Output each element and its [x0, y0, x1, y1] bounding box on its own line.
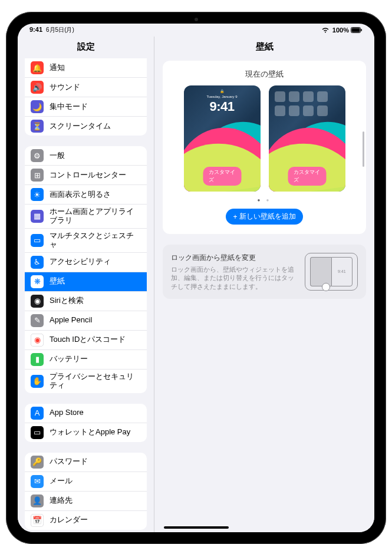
- wifi-icon: [321, 27, 330, 33]
- lock-date: Tuesday, January 9: [184, 95, 261, 98]
- row-icon: ▮: [31, 353, 44, 366]
- row-label: 通知: [50, 64, 141, 72]
- row-label: サウンド: [50, 83, 141, 92]
- sidebar-item[interactable]: 🌙集中モード: [25, 97, 147, 117]
- customize-lock-button[interactable]: カスタマイズ: [203, 167, 241, 186]
- row-icon: ✋: [31, 375, 44, 388]
- row-icon: 🔑: [31, 456, 44, 469]
- row-icon: A: [31, 407, 44, 420]
- row-label: ホーム画面とアプリライブラリ: [50, 207, 141, 225]
- sidebar-item[interactable]: 📅カレンダー: [25, 511, 147, 530]
- row-icon: 👤: [31, 494, 44, 507]
- sidebar-section-3: AApp Store▭ウォレットとApple Pay: [25, 404, 147, 442]
- tip-card: ロック画面から壁紙を変更 ロック画面から、壁紙やウィジェットを追加、編集、または…: [163, 245, 366, 299]
- current-wallpaper-label: 現在の壁紙: [170, 69, 359, 80]
- sidebar-item[interactable]: 👤連絡先: [25, 492, 147, 511]
- row-icon: 📅: [31, 514, 44, 527]
- row-label: 連絡先: [50, 496, 141, 505]
- lockscreen-preview[interactable]: 🔒 Tuesday, January 9 9:41 カスタマイズ: [184, 85, 261, 192]
- status-date: 6月5日(月): [46, 26, 74, 34]
- sidebar-title: 設定: [18, 37, 154, 58]
- status-bar: 9:41 6月5日(月) 100%: [18, 24, 374, 37]
- plus-icon: +: [233, 213, 237, 221]
- row-label: App Store: [50, 408, 141, 417]
- sidebar-item[interactable]: ◉Touch IDとパスコード: [25, 331, 147, 350]
- homescreen-preview[interactable]: カスタマイズ: [269, 85, 345, 192]
- sidebar-item[interactable]: ✎Apple Pencil: [25, 311, 147, 331]
- row-label: スクリーンタイム: [50, 122, 141, 131]
- sidebar-item[interactable]: ▭マルチタスクとジェスチャ: [25, 229, 147, 253]
- sidebar-item[interactable]: ▮バッテリー: [25, 350, 147, 370]
- status-time: 9:41: [29, 26, 42, 33]
- row-label: ウォレットとApple Pay: [50, 428, 141, 437]
- row-icon: ▭: [31, 234, 44, 247]
- sidebar-item[interactable]: ⚙︎一般: [25, 146, 147, 166]
- row-label: Siriと検索: [50, 296, 141, 305]
- row-icon: 🌙: [31, 100, 44, 113]
- sidebar-item[interactable]: ❋壁紙: [25, 272, 147, 292]
- row-icon: ⏳: [31, 120, 44, 133]
- sidebar-item[interactable]: ✋プライバシーとセキュリティ: [25, 370, 147, 393]
- detail-pane: 壁紙 現在の壁紙 🔒 Tuesday, January 9 9:41 カスタ: [154, 37, 374, 532]
- tip-title: ロック画面から壁紙を変更: [171, 253, 298, 263]
- row-icon: 🔔: [31, 61, 44, 74]
- row-label: 一般: [50, 151, 141, 160]
- camera-dot: [195, 18, 198, 21]
- row-label: コントロールセンター: [50, 171, 141, 180]
- svg-rect-1: [352, 28, 360, 32]
- sidebar-section-1: 🔔通知🔊サウンド🌙集中モード⏳スクリーンタイム: [25, 58, 147, 136]
- page-dots: ● ●: [170, 197, 359, 203]
- sidebar-item[interactable]: ♿︎アクセシビリティ: [25, 253, 147, 272]
- sidebar-item[interactable]: ▦ホーム画面とアプリライブラリ: [25, 205, 147, 229]
- customize-home-button[interactable]: カスタマイズ: [288, 167, 326, 186]
- current-wallpaper-card: 現在の壁紙 🔒 Tuesday, January 9 9:41 カスタマイズ: [163, 61, 366, 234]
- sidebar-item[interactable]: ◉Siriと検索: [25, 292, 147, 311]
- row-label: アクセシビリティ: [50, 258, 141, 266]
- sidebar-item[interactable]: ▭ウォレットとApple Pay: [25, 423, 147, 442]
- row-label: 画面表示と明るさ: [50, 190, 141, 199]
- svg-rect-2: [361, 29, 363, 31]
- detail-title: 壁紙: [154, 37, 374, 61]
- sidebar-item[interactable]: ✉︎メール: [25, 472, 147, 492]
- add-wallpaper-button[interactable]: + 新しい壁紙を追加: [226, 209, 302, 225]
- row-icon: ◉: [31, 295, 44, 308]
- row-label: メール: [50, 477, 141, 486]
- row-icon: ☀︎: [31, 188, 44, 201]
- battery-icon: [351, 27, 363, 33]
- settings-sidebar: 設定 🔔通知🔊サウンド🌙集中モード⏳スクリーンタイム ⚙︎一般⊞コントロールセン…: [18, 37, 154, 532]
- sidebar-item[interactable]: ☀︎画面表示と明るさ: [25, 185, 147, 205]
- home-app-grid: [275, 91, 328, 116]
- row-label: プライバシーとセキュリティ: [50, 372, 141, 390]
- row-label: Touch IDとパスコード: [50, 335, 141, 344]
- add-wallpaper-label: 新しい壁紙を追加: [239, 212, 296, 222]
- sidebar-section-2: ⚙︎一般⊞コントロールセンター☀︎画面表示と明るさ▦ホーム画面とアプリライブラリ…: [25, 146, 147, 393]
- screen: 9:41 6月5日(月) 100% 設定 🔔通知🔊サウンド🌙集中モード⏳スクリー…: [18, 24, 374, 532]
- row-icon: ✎: [31, 314, 44, 327]
- row-icon: ❋: [31, 275, 44, 288]
- row-icon: ◉: [31, 334, 44, 347]
- scroll-indicator: [363, 131, 364, 167]
- sidebar-item[interactable]: AApp Store: [25, 404, 147, 423]
- row-icon: ⚙︎: [31, 149, 44, 162]
- row-label: バッテリー: [50, 355, 141, 364]
- sidebar-item[interactable]: 🔑パスワード: [25, 453, 147, 472]
- sidebar-item[interactable]: ⏳スクリーンタイム: [25, 117, 147, 136]
- row-label: パスワード: [50, 457, 141, 466]
- lock-icon: 🔒: [220, 89, 224, 93]
- row-icon: ▭: [31, 426, 44, 439]
- row-icon: ▦: [31, 210, 44, 223]
- home-indicator[interactable]: [164, 526, 229, 529]
- row-icon: ✉︎: [31, 475, 44, 488]
- sidebar-item[interactable]: 🔊サウンド: [25, 78, 147, 97]
- row-icon: 🔊: [31, 81, 44, 94]
- row-label: マルチタスクとジェスチャ: [50, 232, 141, 249]
- row-icon: ♿︎: [31, 256, 44, 269]
- split-view: 設定 🔔通知🔊サウンド🌙集中モード⏳スクリーンタイム ⚙︎一般⊞コントロールセン…: [18, 37, 374, 532]
- row-label: Apple Pencil: [50, 316, 141, 325]
- sidebar-item[interactable]: ⊞コントロールセンター: [25, 166, 147, 185]
- battery-percent: 100%: [332, 27, 349, 34]
- sidebar-section-4: 🔑パスワード✉︎メール👤連絡先📅カレンダー: [25, 453, 147, 530]
- row-icon: ⊞: [31, 169, 44, 182]
- row-label: 壁紙: [50, 277, 141, 286]
- sidebar-item[interactable]: 🔔通知: [25, 58, 147, 78]
